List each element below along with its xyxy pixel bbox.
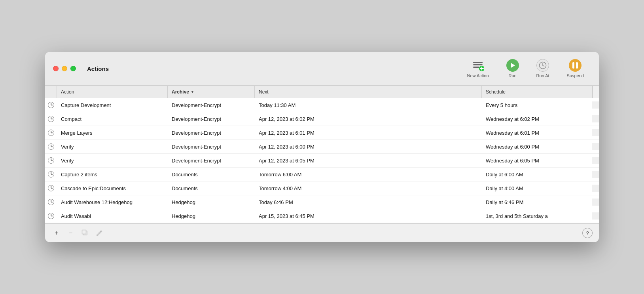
row-scrollbar (593, 115, 599, 122)
th-schedule[interactable]: Schedule (482, 86, 593, 98)
row-clock-icon (45, 154, 57, 167)
table-row[interactable]: Capture DevelopmentDevelopment-EncryptTo… (45, 98, 599, 112)
row-next: Today 6:46 PM (255, 196, 482, 209)
row-scrollbar (593, 171, 599, 178)
table-header: Action Archive ▼ Next Schedule (45, 86, 599, 98)
table-row[interactable]: Merge LayersDevelopment-EncryptApr 12, 2… (45, 126, 599, 140)
table-row[interactable]: VerifyDevelopment-EncryptApr 12, 2023 at… (45, 154, 599, 168)
table-row[interactable]: VerifyDevelopment-EncryptApr 12, 2023 at… (45, 140, 599, 154)
row-archive: Hedgehog (168, 196, 255, 209)
row-action: Merge Layers (57, 126, 168, 139)
add-button[interactable]: + (51, 228, 62, 238)
th-icon (45, 86, 57, 98)
th-archive[interactable]: Archive ▼ (168, 86, 255, 98)
th-scrollbar (593, 86, 599, 98)
row-action: Compact (57, 113, 168, 126)
row-archive: Development-Encrypt (168, 113, 255, 126)
row-action: Audit Warehouse 12:Hedgehog (57, 196, 168, 209)
titlebar-left: Actions (53, 65, 109, 72)
row-scrollbar (593, 157, 599, 164)
row-clock-icon (45, 112, 57, 126)
row-clock-icon (45, 209, 57, 223)
row-clock-icon (45, 195, 57, 209)
row-scrollbar (593, 185, 599, 192)
row-scrollbar (593, 129, 599, 136)
table-row[interactable]: Audit WasabiHedgehogApr 15, 2023 at 6:45… (45, 209, 599, 223)
maximize-button[interactable] (70, 66, 76, 71)
row-clock-icon (45, 140, 57, 153)
run-at-button[interactable]: Run At (533, 57, 553, 80)
minimize-button[interactable] (62, 66, 67, 71)
row-next: Apr 12, 2023 at 6:01 PM (255, 126, 482, 139)
row-archive: Documents (168, 168, 255, 181)
row-action: Capture Development (57, 99, 168, 112)
row-clock-icon (45, 181, 57, 195)
row-schedule: Every 5 hours (482, 99, 593, 112)
svg-line-14 (100, 231, 101, 232)
th-next[interactable]: Next (255, 86, 482, 98)
row-scrollbar (593, 212, 599, 220)
new-action-label: New Action (467, 73, 489, 78)
close-button[interactable] (53, 66, 59, 71)
traffic-lights (53, 66, 76, 71)
run-at-icon (536, 59, 549, 72)
row-action: Verify (57, 154, 168, 167)
row-archive: Documents (168, 182, 255, 195)
edit-icon (96, 229, 103, 237)
duplicate-button[interactable] (80, 228, 90, 238)
bottom-left-actions: + − (51, 228, 104, 238)
row-scrollbar (593, 199, 599, 206)
row-action: Audit Wasabi (57, 210, 168, 223)
row-schedule: Daily at 6:46 PM (482, 196, 593, 209)
table-row[interactable]: Cascade to Epic:DocumentsDocumentsTomorr… (45, 181, 599, 195)
run-button[interactable]: Run (503, 57, 522, 80)
svg-line-9 (543, 65, 544, 66)
row-schedule: Wednesday at 6:00 PM (482, 140, 593, 153)
row-schedule: Wednesday at 6:02 PM (482, 113, 593, 126)
row-next: Apr 12, 2023 at 6:02 PM (255, 113, 482, 126)
row-archive: Hedgehog (168, 210, 255, 223)
row-action: Verify (57, 140, 168, 153)
row-next: Tomorrow 4:00 AM (255, 182, 482, 195)
help-button[interactable]: ? (582, 228, 593, 238)
row-schedule: Daily at 6:00 AM (482, 168, 593, 181)
table-container: Action Archive ▼ Next Schedule Capture D… (45, 86, 599, 223)
svg-rect-1 (473, 64, 483, 65)
duplicate-icon (81, 229, 89, 237)
new-action-button[interactable]: New Action (464, 57, 492, 80)
run-icon (506, 59, 519, 72)
row-archive: Development-Encrypt (168, 140, 255, 153)
table-body[interactable]: Capture DevelopmentDevelopment-EncryptTo… (45, 98, 599, 223)
row-scrollbar (593, 101, 599, 109)
remove-button[interactable]: − (66, 228, 76, 238)
new-action-icon (472, 59, 484, 72)
row-archive: Development-Encrypt (168, 126, 255, 139)
table-row[interactable]: CompactDevelopment-EncryptApr 12, 2023 a… (45, 112, 599, 126)
row-schedule: Wednesday at 6:05 PM (482, 154, 593, 167)
suspend-button[interactable]: Suspend (564, 57, 587, 80)
svg-rect-13 (82, 230, 86, 234)
svg-rect-11 (576, 62, 578, 69)
main-window: Actions New Action (45, 52, 599, 242)
svg-rect-2 (473, 67, 479, 68)
svg-marker-6 (511, 63, 515, 68)
row-scrollbar (593, 143, 599, 150)
edit-button[interactable] (94, 228, 104, 238)
toolbar: New Action Run (464, 57, 587, 80)
row-next: Today 11:30 AM (255, 99, 482, 112)
row-schedule: Wednesday at 6:01 PM (482, 126, 593, 139)
titlebar: Actions New Action (45, 52, 599, 86)
th-action[interactable]: Action (57, 86, 168, 98)
row-archive: Development-Encrypt (168, 154, 255, 167)
run-label: Run (508, 73, 516, 78)
row-schedule: 1st, 3rd and 5th Saturday a (482, 210, 593, 223)
help-icon: ? (586, 230, 589, 236)
row-action: Cascade to Epic:Documents (57, 182, 168, 195)
run-at-label: Run At (536, 73, 549, 78)
row-clock-icon (45, 98, 57, 112)
table-row[interactable]: Capture 2 itemsDocumentsTomorrow 6:00 AM… (45, 168, 599, 181)
table-row[interactable]: Audit Warehouse 12:HedgehogHedgehogToday… (45, 195, 599, 209)
remove-icon: − (69, 229, 72, 237)
row-clock-icon (45, 126, 57, 139)
add-icon: + (55, 229, 58, 237)
